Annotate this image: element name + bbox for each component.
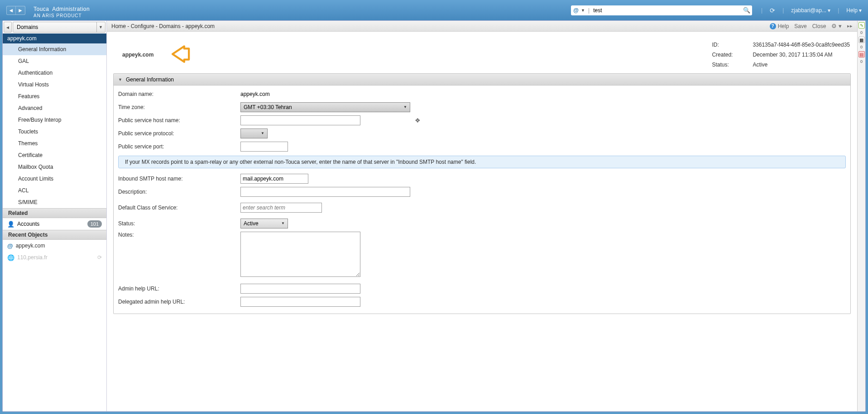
row-domain-name: Domain name: appeyk.com [118,87,846,100]
save-button[interactable]: Save [794,23,806,29]
tree-root-label: appeyk.com [7,35,37,42]
rail-chip-2[interactable]: ▦ [858,37,865,43]
subheader: Home - Configure - Domains - appeyk.com … [107,21,857,32]
row-status: Status: Active [118,217,846,230]
tree-item-themes[interactable]: Themes [3,138,106,149]
tree-item-gal[interactable]: GAL [3,55,106,67]
cos-input[interactable] [240,203,322,213]
public-host-input[interactable] [240,115,360,125]
domain-dropdown[interactable]: Domains ▼ [13,22,106,33]
recent-item-2[interactable]: 🌐 110,persia.fr ⟳ [3,252,106,263]
nav-arrow-group: ◄ ► [6,6,25,15]
domain-dropdown-label: Domains [17,24,38,30]
tree-item-label: GAL [18,58,29,64]
tree-item-label: Touclets [18,128,38,135]
domain-title-block: appeyk.com [122,42,192,68]
vsep: | [761,7,762,14]
tree-item-touclets[interactable]: Touclets [3,126,106,138]
collapse-right-icon[interactable]: ▸▸ [847,23,853,29]
recent-item-appeyk[interactable]: @ appeyk.com [3,240,106,252]
brand-subtitle: AN ARIS PRODUCT [34,14,90,18]
brand-block: Touca Administration AN ARIS PRODUCT [34,3,90,18]
tree-item-acl[interactable]: ACL [3,185,106,196]
group-title: General Information [126,76,174,83]
rail-chip-1[interactable]: ✎ [858,22,865,29]
close-button[interactable]: Close [812,23,826,29]
collapse-icon: ▼ [118,77,122,82]
tree-item-label: Virtual Hosts [18,81,49,88]
tree-item-certificate[interactable]: Certificate [3,149,106,161]
tree-item-account-limits[interactable]: Account Limits [3,173,106,185]
tree-item-authentication[interactable]: Authentication [3,67,106,79]
gear-icon[interactable]: ⚙ ▾ [831,23,842,29]
tree-item-features[interactable]: Features [3,90,106,102]
row-notes: Notes: [118,232,846,278]
help-button[interactable]: ? Help [770,23,789,29]
public-proto-select[interactable] [240,128,268,138]
meta-status-label: Status: [712,62,753,68]
row-public-host: Public service host name: ❖ [118,114,846,127]
delegated-help-input[interactable] [240,297,360,307]
row-delegated-help: Delegated admin help URL: [118,295,846,308]
at-icon: @ [7,243,13,249]
rail-chip-3[interactable]: ▤ [858,51,865,57]
smtp-label: Inbound SMTP host name: [118,176,240,182]
recent-item-label: appeyk.com [16,243,45,249]
row-timezone: Time zone: GMT +03:30 Tehran [118,100,846,114]
help-menu[interactable]: Help ▾ [846,7,862,14]
help-label: Help [846,7,858,14]
sync-icon[interactable]: ❖ [415,117,421,124]
nav-back-button[interactable]: ◄ [7,6,16,14]
tree-root[interactable]: appeyk.com [3,33,106,43]
help-icon: ? [770,23,776,29]
help-label: Help [778,23,789,29]
brand-main: Touca [34,6,49,12]
row-admin-help: Admin help URL: [118,282,846,295]
tree-item-general-information[interactable]: General Information [3,43,106,55]
search-input[interactable] [591,6,741,15]
vsep: | [782,7,784,14]
search-scope-icon[interactable]: @ [571,7,581,14]
tree-item-smime[interactable]: S/MIME [3,196,106,208]
breadcrumb: Home - Configure - Domains - appeyk.com [111,23,215,29]
status-value: Active [244,220,259,227]
tree-item-free-busy[interactable]: Free/Busy Interop [3,114,106,126]
rail-count-1: 0 [860,30,863,35]
smtp-input[interactable] [240,174,308,184]
refresh-icon[interactable]: ⟳ [770,7,775,14]
user-menu[interactable]: zjabbari@ap... ▾ [791,7,830,14]
tree-item-label: Authentication [18,70,53,76]
timezone-value: GMT +03:30 Tehran [244,104,292,110]
tree-item-label: ACL [18,187,29,194]
right-rail: ✎ 0 ▦ 0 ▤ 0 [857,21,865,411]
public-port-input[interactable] [240,142,288,152]
search-icon[interactable]: 🔍 [741,5,752,15]
content-area: appeyk.com ID: 336135a7-f484-46ff-85e3-0… [107,32,857,411]
tree-item-virtual-hosts[interactable]: Virtual Hosts [3,79,106,90]
related-accounts[interactable]: 👤 Accounts 101 [3,218,106,230]
chevron-down-icon: ▼ [99,25,103,29]
admin-help-label: Admin help URL: [118,286,240,292]
sidebar-back-button[interactable]: ◄ [4,22,12,33]
tree-item-mailbox-quota[interactable]: Mailbox Quota [3,161,106,173]
search-scope-caret-icon[interactable]: ▼ [581,8,586,13]
loading-icon: ⟳ [97,254,102,261]
recent-header-label: Recent Objects [8,232,48,238]
group-header[interactable]: ▼ General Information [114,74,850,86]
meta-id-value: 336135a7-f484-46ff-85e3-0ca8fc9eed35 [753,42,850,48]
search-separator: | [588,7,590,14]
admin-help-input[interactable] [240,284,360,294]
recent-header: Recent Objects [3,230,106,240]
app-header: ◄ ► Touca Administration AN ARIS PRODUCT… [0,0,868,20]
tree-item-advanced[interactable]: Advanced [3,102,106,114]
status-select[interactable]: Active [240,219,288,228]
status-label: Status: [118,220,240,227]
general-info-group: ▼ General Information Domain name: appey… [113,73,851,314]
description-input[interactable] [240,187,410,197]
related-count-badge: 101 [87,220,102,228]
timezone-select[interactable]: GMT +03:30 Tehran [240,102,410,112]
nav-forward-button[interactable]: ► [16,6,25,14]
brand-title: Touca Administration [34,3,90,13]
subheader-actions: ? Help Save Close ⚙ ▾ ▸▸ [770,23,853,29]
notes-textarea[interactable] [240,232,360,277]
